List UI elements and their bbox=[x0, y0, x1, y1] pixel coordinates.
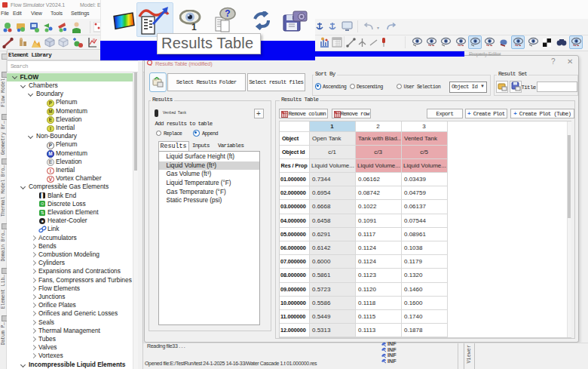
svg-text:?: ? bbox=[225, 8, 230, 19]
